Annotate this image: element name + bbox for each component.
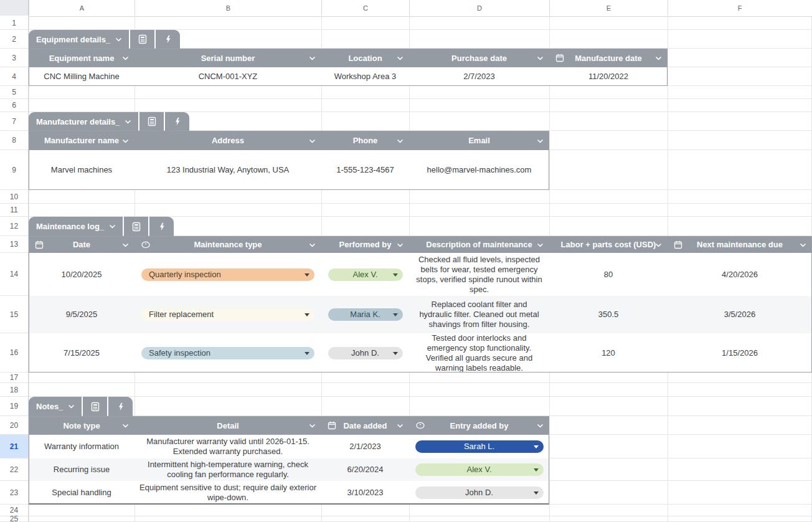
- column-header-manufacturer-name[interactable]: Manufacturer name: [29, 131, 135, 150]
- row-number-15[interactable]: 15: [0, 296, 28, 333]
- chevron-down-icon[interactable]: [655, 56, 662, 60]
- row-number-2[interactable]: 2: [0, 30, 28, 49]
- row-number-19[interactable]: 19: [0, 397, 28, 416]
- table-actions-button[interactable]: [108, 397, 133, 416]
- row-number-9[interactable]: 9: [0, 150, 28, 190]
- row-number-16[interactable]: 16: [0, 333, 28, 373]
- chevron-down-icon[interactable]: [309, 424, 316, 428]
- maintenance-type-chip[interactable]: Quarterly inspection: [141, 268, 314, 281]
- chevron-down-icon[interactable]: [122, 56, 129, 60]
- column-header-location[interactable]: Location: [321, 49, 409, 67]
- column-header-performed-by[interactable]: Performed by: [321, 236, 409, 253]
- cell-description[interactable]: Checked all fluid levels, inspected belt…: [409, 253, 549, 296]
- entry-added-by-chip[interactable]: Alex V.: [415, 463, 544, 476]
- column-header-date-added[interactable]: Date added: [321, 416, 409, 435]
- column-header-detail[interactable]: Detail: [135, 416, 321, 435]
- chevron-down-icon[interactable]: [122, 139, 129, 143]
- chevron-down-icon[interactable]: [655, 243, 662, 247]
- row-number-4[interactable]: 4: [0, 67, 28, 86]
- select-all-corner[interactable]: [0, 0, 29, 16]
- entry-added-by-chip[interactable]: Sarah L.: [415, 440, 544, 453]
- row-number-13[interactable]: 13: [0, 236, 28, 253]
- cell-date[interactable]: 9/5/2025: [29, 296, 135, 333]
- row-number-25[interactable]: 25: [0, 516, 28, 522]
- cell-description[interactable]: Tested door interlocks and emergency sto…: [409, 333, 549, 373]
- cell-cost[interactable]: 80: [549, 253, 668, 296]
- cell-cost[interactable]: 120: [549, 333, 668, 373]
- row-number-11[interactable]: 11: [0, 204, 28, 217]
- column-header-address[interactable]: Address: [135, 131, 321, 150]
- cell-note-type[interactable]: Recurring issue: [29, 458, 135, 481]
- cell-location[interactable]: Workshop Area 3: [321, 67, 409, 86]
- cell-note-type[interactable]: Warranty information: [29, 435, 135, 458]
- row-number-14[interactable]: 14: [0, 253, 28, 296]
- cell-manufacture-date[interactable]: 11/20/2022: [549, 67, 668, 86]
- cell-next-due[interactable]: 1/15/2026: [668, 333, 812, 373]
- column-header-entry-added-by[interactable]: Entry added by: [409, 416, 549, 435]
- column-header-maintenance-type[interactable]: Maintenance type: [135, 236, 321, 253]
- column-header-purchase-date[interactable]: Purchase date: [409, 49, 549, 67]
- column-stats-button[interactable]: [139, 112, 164, 131]
- maintenance-type-chip[interactable]: Safety inspection: [141, 347, 314, 359]
- row-number-5[interactable]: 5: [0, 86, 28, 99]
- column-header-phone[interactable]: Phone: [321, 131, 409, 150]
- table-actions-button[interactable]: [156, 30, 180, 49]
- row-number-18[interactable]: 18: [0, 383, 28, 397]
- column-header-B[interactable]: B: [135, 0, 321, 16]
- chevron-down-icon[interactable]: [397, 139, 404, 143]
- cell-date-added[interactable]: 2/1/2023: [321, 435, 409, 458]
- cell-date-added[interactable]: 3/10/2023: [321, 481, 409, 505]
- row-number-21[interactable]: 21: [0, 435, 28, 458]
- table-actions-button[interactable]: [149, 217, 174, 236]
- column-header-manufacture-date[interactable]: Manufacture date: [549, 49, 668, 67]
- column-header-D[interactable]: D: [409, 0, 549, 16]
- cell-purchase-date[interactable]: 2/7/2023: [409, 67, 549, 86]
- chevron-down-icon[interactable]: [309, 243, 316, 247]
- maintenance-type-chip[interactable]: Filter replacement: [141, 308, 314, 321]
- row-number-23[interactable]: 23: [0, 481, 28, 505]
- column-header-next-maintenance-due[interactable]: Next maintenance due: [668, 236, 812, 253]
- chevron-down-icon[interactable]: [537, 243, 544, 247]
- column-header-equipment-name[interactable]: Equipment name: [29, 49, 135, 67]
- row-number-3[interactable]: 3: [0, 49, 28, 67]
- row-number-17[interactable]: 17: [0, 373, 28, 383]
- row-number-10[interactable]: 10: [0, 190, 28, 204]
- table-name-button[interactable]: Maintenance log_: [29, 217, 123, 236]
- chevron-down-icon[interactable]: [537, 56, 544, 60]
- table-actions-button[interactable]: [165, 112, 189, 131]
- column-header-C[interactable]: C: [321, 0, 409, 16]
- cell-detail[interactable]: Intermittent high-temperature warning, c…: [135, 458, 321, 481]
- cell-description[interactable]: Replaced coolant filter and hydraulic fi…: [409, 296, 549, 333]
- performed-by-chip[interactable]: Maria K.: [328, 308, 403, 321]
- cell-date[interactable]: 10/20/2025: [29, 253, 135, 296]
- column-stats-button[interactable]: [83, 397, 107, 416]
- column-header-email[interactable]: Email: [409, 131, 549, 150]
- cell-manufacturer-name[interactable]: Marvel machines: [29, 150, 135, 190]
- chevron-down-icon[interactable]: [309, 139, 316, 143]
- cell-address[interactable]: 123 Industrial Way, Anytown, USA: [135, 150, 321, 190]
- column-header-A[interactable]: A: [29, 0, 135, 16]
- chevron-down-icon[interactable]: [537, 424, 544, 428]
- chevron-down-icon[interactable]: [309, 56, 316, 60]
- cell-serial-number[interactable]: CNCM-001-XYZ: [135, 67, 321, 86]
- table-name-button[interactable]: Equipment details_: [29, 30, 129, 49]
- cell-equipment-name[interactable]: CNC Milling Machine: [29, 67, 135, 86]
- column-header-E[interactable]: E: [549, 0, 668, 16]
- column-header-description[interactable]: Description of maintenance: [409, 236, 549, 253]
- chevron-down-icon[interactable]: [122, 243, 129, 247]
- cell-cost[interactable]: 350.5: [549, 296, 668, 333]
- chevron-down-icon[interactable]: [397, 424, 404, 428]
- column-header-note-type[interactable]: Note type: [29, 416, 135, 435]
- cell-next-due[interactable]: 3/5/2026: [668, 296, 812, 333]
- row-number-20[interactable]: 20: [0, 416, 28, 435]
- cell-email[interactable]: hello@marvel-machines.com: [409, 150, 549, 190]
- chevron-down-icon[interactable]: [800, 243, 806, 247]
- cell-note-type[interactable]: Special handling: [29, 481, 135, 505]
- performed-by-chip[interactable]: John D.: [328, 347, 403, 359]
- row-number-12[interactable]: 12: [0, 217, 28, 236]
- column-header-F[interactable]: F: [668, 0, 811, 16]
- row-number-8[interactable]: 8: [0, 131, 28, 150]
- column-header-labor-parts-cost[interactable]: Labor + parts cost (USD): [549, 236, 668, 253]
- entry-added-by-chip[interactable]: John D.: [415, 486, 544, 499]
- column-stats-button[interactable]: [130, 30, 154, 49]
